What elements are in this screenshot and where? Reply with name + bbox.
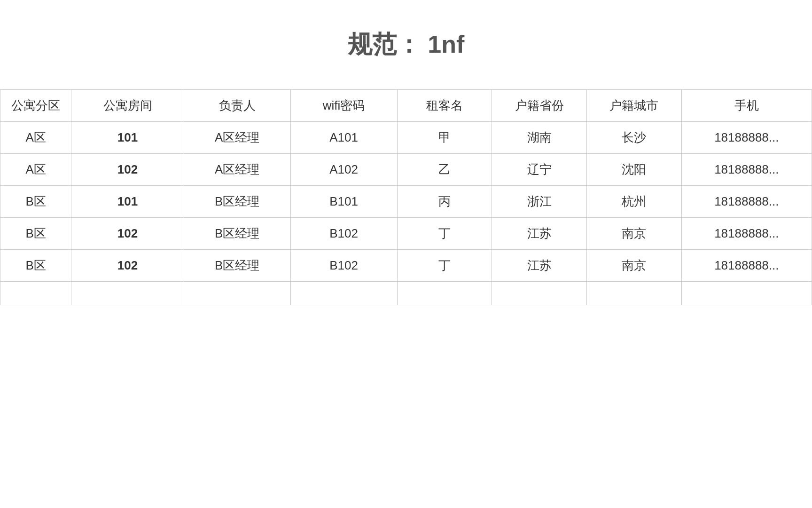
cell-room: 102	[71, 154, 184, 186]
header-wifi: wifi密码	[290, 90, 397, 122]
page-title: 规范： 1nf	[0, 0, 812, 89]
cell-city: 长沙	[586, 122, 681, 154]
table-row: A区102A区经理A102乙辽宁沈阳18188888...	[0, 154, 812, 186]
empty-row	[0, 282, 812, 305]
cell-manager: A区经理	[184, 154, 290, 186]
cell-tenant: 丁	[397, 250, 492, 282]
cell-tenant: 丙	[397, 186, 492, 218]
cell-city: 沈阳	[586, 154, 681, 186]
table-row: B区102B区经理B102丁江苏南京18188888...	[0, 250, 812, 282]
cell-zone: B区	[0, 250, 71, 282]
cell-room: 101	[71, 122, 184, 154]
cell-province: 辽宁	[492, 154, 587, 186]
cell-tenant: 丁	[397, 218, 492, 250]
cell-manager: B区经理	[184, 186, 290, 218]
table-row: B区102B区经理B102丁江苏南京18188888...	[0, 218, 812, 250]
cell-city: 杭州	[586, 186, 681, 218]
cell-tenant: 甲	[397, 122, 492, 154]
cell-province: 江苏	[492, 250, 587, 282]
cell-zone: B区	[0, 186, 71, 218]
table-header-row: 公寓分区 公寓房间 负责人 wifi密码 租客名 户籍省份 户籍城市 手机	[0, 90, 812, 122]
header-tenant: 租客名	[397, 90, 492, 122]
cell-phone: 18188888...	[681, 186, 812, 218]
table-row: B区101B区经理B101丙浙江杭州18188888...	[0, 186, 812, 218]
cell-wifi: A101	[290, 122, 397, 154]
cell-phone: 18188888...	[681, 154, 812, 186]
cell-manager: B区经理	[184, 218, 290, 250]
cell-manager: B区经理	[184, 250, 290, 282]
header-city: 户籍城市	[586, 90, 681, 122]
cell-zone: B区	[0, 218, 71, 250]
cell-tenant: 乙	[397, 154, 492, 186]
cell-province: 湖南	[492, 122, 587, 154]
cell-province: 江苏	[492, 218, 587, 250]
header-room: 公寓房间	[71, 90, 184, 122]
table-row: A区101A区经理A101甲湖南长沙18188888...	[0, 122, 812, 154]
cell-wifi: B102	[290, 218, 397, 250]
cell-city: 南京	[586, 218, 681, 250]
cell-zone: A区	[0, 154, 71, 186]
data-table: 公寓分区 公寓房间 负责人 wifi密码 租客名 户籍省份 户籍城市 手机 A区…	[0, 89, 812, 305]
header-province: 户籍省份	[492, 90, 587, 122]
header-zone: 公寓分区	[0, 90, 71, 122]
cell-province: 浙江	[492, 186, 587, 218]
header-phone: 手机	[681, 90, 812, 122]
cell-room: 101	[71, 186, 184, 218]
cell-wifi: B101	[290, 186, 397, 218]
cell-phone: 18188888...	[681, 122, 812, 154]
cell-manager: A区经理	[184, 122, 290, 154]
header-manager: 负责人	[184, 90, 290, 122]
table-container: 公寓分区 公寓房间 负责人 wifi密码 租客名 户籍省份 户籍城市 手机 A区…	[0, 89, 812, 305]
cell-zone: A区	[0, 122, 71, 154]
cell-phone: 18188888...	[681, 218, 812, 250]
cell-city: 南京	[586, 250, 681, 282]
cell-wifi: A102	[290, 154, 397, 186]
cell-room: 102	[71, 250, 184, 282]
cell-room: 102	[71, 218, 184, 250]
cell-phone: 18188888...	[681, 250, 812, 282]
cell-wifi: B102	[290, 250, 397, 282]
